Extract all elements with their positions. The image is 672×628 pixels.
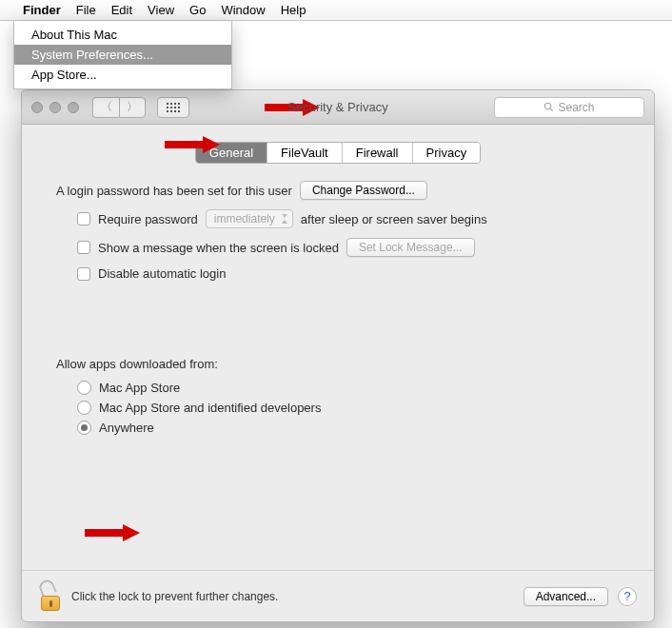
- window-title: Security & Privacy: [287, 100, 387, 114]
- apple-menu-app-store[interactable]: App Store...: [14, 65, 231, 85]
- radio-anywhere-label: Anywhere: [99, 421, 154, 435]
- annotation-arrow-anywhere: [85, 522, 142, 543]
- forward-button[interactable]: 〉: [119, 97, 146, 118]
- radio-anywhere[interactable]: [77, 421, 91, 435]
- disable-auto-login-label: Disable automatic login: [98, 266, 226, 281]
- disable-auto-login-checkbox[interactable]: [77, 267, 90, 281]
- back-button[interactable]: 〈: [92, 97, 119, 118]
- apple-menu-about[interactable]: About This Mac: [14, 25, 231, 45]
- window-footer: Click the lock to prevent further change…: [22, 570, 654, 621]
- minimize-button[interactable]: [49, 102, 61, 113]
- radio-identified-developers-label: Mac App Store and identified developers: [99, 401, 321, 415]
- show-message-label: Show a message when the screen is locked: [98, 241, 339, 255]
- apple-menu-system-preferences[interactable]: System Preferences...: [14, 45, 231, 65]
- tab-filevault[interactable]: FileVault: [267, 143, 343, 163]
- general-pane: A login password has been set for this u…: [22, 164, 654, 435]
- tab-privacy[interactable]: Privacy: [413, 143, 481, 163]
- menu-window[interactable]: Window: [221, 3, 265, 17]
- change-password-button[interactable]: Change Password...: [300, 181, 427, 200]
- search-placeholder: Search: [558, 101, 594, 114]
- require-password-delay-select[interactable]: immediately: [206, 209, 293, 228]
- set-lock-message-button[interactable]: Set Lock Message...: [346, 238, 475, 257]
- advanced-button[interactable]: Advanced...: [524, 587, 608, 606]
- allow-apps-heading: Allow apps downloaded from:: [56, 357, 218, 371]
- menu-help[interactable]: Help: [281, 3, 306, 17]
- lock-icon[interactable]: [39, 582, 62, 611]
- tab-general[interactable]: General: [196, 143, 267, 163]
- show-all-button[interactable]: [157, 97, 189, 118]
- menu-finder[interactable]: Finder: [23, 3, 61, 17]
- menu-view[interactable]: View: [148, 3, 174, 17]
- login-password-text: A login password has been set for this u…: [56, 184, 292, 198]
- require-password-label: Require password: [98, 212, 198, 226]
- menu-file[interactable]: File: [76, 3, 96, 17]
- help-button[interactable]: ?: [618, 587, 637, 606]
- zoom-button[interactable]: [68, 102, 79, 113]
- allow-apps-radiogroup: Mac App Store Mac App Store and identifi…: [77, 381, 620, 435]
- radio-app-store[interactable]: [77, 381, 91, 395]
- tab-bar: General FileVault Firewall Privacy: [22, 142, 654, 164]
- radio-app-store-label: Mac App Store: [99, 381, 180, 395]
- search-field[interactable]: Search: [494, 97, 644, 118]
- window-controls: [31, 102, 79, 113]
- close-button[interactable]: [31, 102, 43, 113]
- radio-identified-developers[interactable]: [77, 401, 91, 415]
- show-message-checkbox[interactable]: [77, 241, 90, 254]
- window-toolbar: 〈 〉 Security & Privacy Search: [22, 90, 654, 125]
- menu-bar: Finder File Edit View Go Window Help: [0, 0, 672, 21]
- apple-dropdown: About This Mac System Preferences... App…: [13, 21, 232, 89]
- menu-edit[interactable]: Edit: [111, 3, 132, 17]
- lock-text: Click the lock to prevent further change…: [71, 590, 278, 603]
- menu-go[interactable]: Go: [189, 3, 206, 17]
- tab-firewall[interactable]: Firewall: [343, 143, 413, 163]
- svg-marker-2: [85, 524, 140, 541]
- search-icon: [544, 102, 554, 112]
- nav-buttons: 〈 〉: [92, 97, 146, 118]
- require-password-checkbox[interactable]: [77, 212, 90, 226]
- require-password-suffix: after sleep or screen saver begins: [301, 212, 487, 226]
- security-privacy-window: 〈 〉 Security & Privacy Search General Fi…: [21, 89, 655, 622]
